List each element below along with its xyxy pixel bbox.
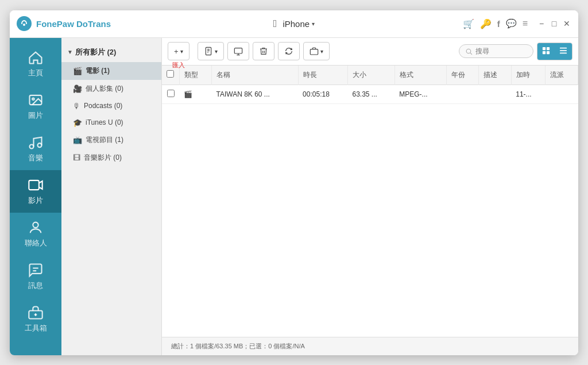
row-added: 11-... xyxy=(511,84,546,103)
sidebar-item-photos[interactable]: 圖片 xyxy=(10,85,61,128)
content-area: + ▾ 匯入 ▾ xyxy=(162,38,578,355)
category-header: ▼ 所有影片 (2) xyxy=(61,43,161,62)
sidebar-label-music: 音樂 xyxy=(28,153,43,163)
col-format: 格式 xyxy=(394,66,446,85)
close-button[interactable]: ✕ xyxy=(562,19,571,28)
category-label-itunes-u: iTunes U (0) xyxy=(86,118,123,126)
sync-button[interactable] xyxy=(278,42,300,60)
col-size: 大小 xyxy=(348,66,395,85)
export-chevron-icon: ▾ xyxy=(215,48,218,55)
titlebar-center:  iPhone ▾ xyxy=(273,18,315,30)
category-label-music-video: 音樂影片 (0) xyxy=(84,153,122,163)
view-toggle xyxy=(537,43,572,60)
window-controls: − □ ✕ xyxy=(537,19,571,28)
svg-rect-28 xyxy=(560,52,567,53)
chat-icon[interactable]: 💬 xyxy=(506,18,517,29)
status-bar: 總計：1 個檔案/63.35 MB；已選：0 個檔案/N/A xyxy=(162,337,578,355)
svg-rect-22 xyxy=(543,47,546,49)
sidebar-item-contacts[interactable]: 聯絡人 xyxy=(10,213,61,255)
category-panel: ▼ 所有影片 (2) 🎬 電影 (1) 🎥 個人影集 (0) 🎙 Podcast… xyxy=(61,38,162,355)
row-checkbox-cell[interactable] xyxy=(162,84,179,103)
list-view-button[interactable] xyxy=(555,43,572,60)
device-chevron-icon: ▾ xyxy=(312,21,315,27)
device-name: iPhone xyxy=(283,19,310,29)
menu-icon[interactable]: ≡ xyxy=(523,18,528,29)
category-label-podcasts: Podcasts (0) xyxy=(84,102,122,110)
svg-point-3 xyxy=(30,144,34,148)
col-description: 描述 xyxy=(479,66,511,85)
svg-line-21 xyxy=(470,52,472,54)
select-all-checkbox[interactable] xyxy=(167,70,174,78)
category-item-tv-shows[interactable]: 📺 電視節目 (1) xyxy=(61,131,161,149)
sidebar: 主頁 圖片 音樂 xyxy=(10,38,61,355)
titlebar-right: 🛒 🔑 f 💬 ≡ − □ ✕ xyxy=(463,18,571,29)
col-duration: 時長 xyxy=(298,66,347,85)
row-description xyxy=(479,84,511,103)
status-text: 總計：1 個檔案/63.35 MB；已選：0 個檔案/N/A xyxy=(171,342,305,351)
minimize-button[interactable]: − xyxy=(537,19,546,28)
svg-rect-16 xyxy=(234,48,242,53)
add-chevron-icon: ▾ xyxy=(180,48,183,55)
app-logo: FonePaw DoTrans xyxy=(17,16,111,31)
search-input[interactable] xyxy=(475,47,527,55)
category-label-movies: 電影 (1) xyxy=(86,66,110,76)
titlebar: FonePaw DoTrans  iPhone ▾ 🛒 🔑 f 💬 ≡ − □… xyxy=(10,10,578,38)
videos-table: 類型 名稱 時長 大小 格式 年份 描述 加時 流派 xyxy=(162,66,578,104)
sidebar-label-messages: 訊息 xyxy=(28,281,43,291)
row-checkbox[interactable] xyxy=(167,90,175,97)
facebook-icon[interactable]: f xyxy=(497,19,500,29)
table-container: 類型 名稱 時長 大小 格式 年份 描述 加時 流派 xyxy=(162,66,578,337)
sidebar-label-home: 主頁 xyxy=(28,68,43,78)
svg-rect-23 xyxy=(547,47,550,49)
category-item-itunes-u[interactable]: 🎓 iTunes U (0) xyxy=(61,114,161,131)
tv-shows-icon: 📺 xyxy=(73,136,82,144)
svg-rect-12 xyxy=(206,47,211,55)
col-name: 名稱 xyxy=(211,66,298,85)
col-added: 加時 xyxy=(511,66,546,85)
sidebar-item-videos[interactable]: 影片 xyxy=(10,170,61,213)
sidebar-item-messages[interactable]: 訊息 xyxy=(10,255,61,298)
svg-point-20 xyxy=(466,49,471,53)
device-selector[interactable]: iPhone ▾ xyxy=(283,19,315,29)
category-item-personal[interactable]: 🎥 個人影集 (0) xyxy=(61,80,161,98)
sidebar-label-contacts: 聯絡人 xyxy=(25,238,47,248)
video-type-icon: 🎬 xyxy=(184,90,192,98)
app-name: FonePaw DoTrans xyxy=(36,19,111,29)
category-title: 所有影片 (2) xyxy=(75,47,117,57)
apple-icon:  xyxy=(273,18,277,30)
svg-rect-27 xyxy=(560,50,567,51)
app-window: FonePaw DoTrans  iPhone ▾ 🛒 🔑 f 💬 ≡ − □… xyxy=(10,10,578,355)
tools-button[interactable]: ▾ xyxy=(303,42,330,60)
tools-chevron-icon: ▾ xyxy=(320,48,323,55)
sidebar-item-home[interactable]: 主頁 xyxy=(10,43,61,85)
maximize-button[interactable]: □ xyxy=(550,19,559,28)
add-button[interactable]: + ▾ 匯入 xyxy=(168,42,189,60)
cart-icon[interactable]: 🛒 xyxy=(463,18,474,29)
svg-rect-19 xyxy=(310,49,318,55)
row-type: 🎬 xyxy=(179,84,211,103)
delete-button[interactable] xyxy=(253,42,274,60)
sidebar-item-toolbox[interactable]: 工具箱 xyxy=(10,298,61,340)
grid-view-button[interactable] xyxy=(537,43,555,60)
row-name: TAIWAN 8K 60 ... xyxy=(211,84,298,103)
search-box[interactable] xyxy=(459,44,533,58)
import-label: 匯入 xyxy=(172,61,185,69)
table-header-row: 類型 名稱 時長 大小 格式 年份 描述 加時 流派 xyxy=(162,66,578,85)
row-genre xyxy=(546,84,578,103)
svg-rect-25 xyxy=(547,51,550,53)
toolbar: + ▾ 匯入 ▾ xyxy=(162,38,578,66)
sidebar-item-music[interactable]: 音樂 xyxy=(10,128,61,170)
key-icon[interactable]: 🔑 xyxy=(480,18,492,29)
category-label-tv-shows: 電視節目 (1) xyxy=(86,135,123,145)
category-item-music-video[interactable]: 🎞 音樂影片 (0) xyxy=(61,149,161,167)
row-format: MPEG-... xyxy=(394,84,446,103)
svg-point-6 xyxy=(33,222,38,227)
category-item-podcasts[interactable]: 🎙 Podcasts (0) xyxy=(61,98,161,114)
sidebar-label-videos: 影片 xyxy=(28,195,43,206)
category-item-movies[interactable]: 🎬 電影 (1) xyxy=(61,62,161,80)
svg-point-2 xyxy=(32,98,34,100)
export-to-computer-button[interactable] xyxy=(227,42,249,60)
sidebar-label-toolbox: 工具箱 xyxy=(25,323,47,333)
table-row[interactable]: 🎬 TAIWAN 8K 60 ... 00:05:18 63.35 ... MP… xyxy=(162,84,578,103)
export-to-device-button[interactable]: ▾ xyxy=(198,42,224,60)
